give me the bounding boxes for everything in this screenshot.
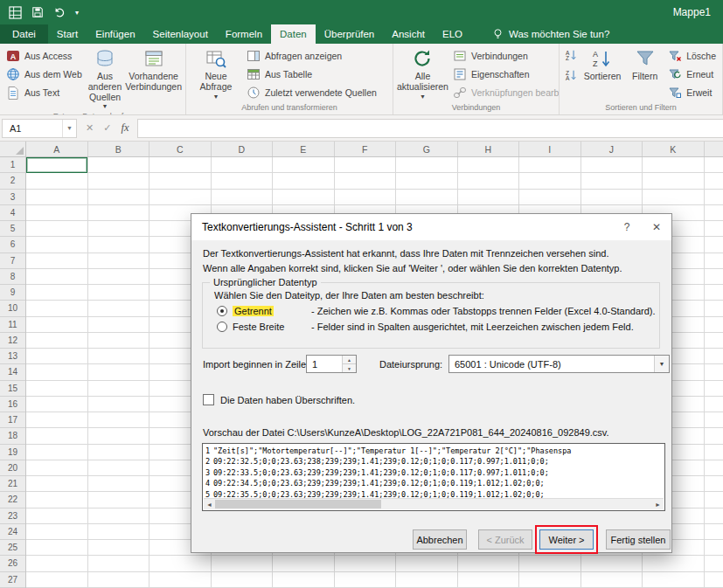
column-header-B[interactable]: B (88, 142, 150, 156)
row-header-13[interactable]: 13 (0, 349, 25, 364)
spinner-down-icon[interactable]: ▼ (343, 364, 356, 372)
row-header-20[interactable]: 20 (0, 460, 25, 476)
customize-toolbar-caret-icon[interactable]: ▾ (75, 9, 79, 17)
row-header-8[interactable]: 8 (0, 269, 25, 285)
row-header-22[interactable]: 22 (0, 492, 25, 508)
connections-button[interactable]: Verbindungen (450, 47, 560, 65)
from-web-button[interactable]: Aus dem Web (3, 66, 85, 83)
checkbox-unchecked-icon[interactable] (203, 394, 214, 405)
new-query-button[interactable]: Neue Abfrage ▼ (190, 46, 242, 100)
column-header-H[interactable]: H (458, 142, 520, 156)
scroll-left-icon[interactable]: ◄ (204, 499, 215, 509)
sort-az-ascending-button[interactable]: AZ (565, 49, 577, 65)
tab-formeln[interactable]: Formeln (217, 24, 271, 44)
tab-überprüfen[interactable]: Überprüfen (316, 24, 384, 44)
radio-selected-icon[interactable] (217, 306, 227, 316)
reapply-filter-button[interactable]: Erneut (665, 66, 719, 83)
row-header-26[interactable]: 26 (0, 556, 25, 571)
row-header-2[interactable]: 2 (0, 173, 25, 189)
refresh-all-button[interactable]: Alle aktualisieren ▼ (397, 46, 448, 100)
start-row-spinner[interactable]: 1 ▲ ▼ (306, 355, 357, 373)
fixed-width-radio-option[interactable]: Feste Breite - Felder sind in Spalten au… (217, 322, 634, 332)
row-header-9[interactable]: 9 (0, 285, 25, 301)
chevron-down-icon[interactable]: ▼ (654, 356, 669, 372)
column-header-D[interactable]: D (212, 142, 274, 156)
from-access-button[interactable]: A Aus Access (3, 47, 85, 65)
tab-elo[interactable]: ELO (434, 24, 471, 44)
column-header-I[interactable]: I (519, 142, 581, 156)
tab-seitenlayout[interactable]: Seitenlayout (144, 24, 217, 44)
insert-function-icon[interactable]: fx (121, 121, 129, 135)
sort-button[interactable]: AZ Sortieren (580, 46, 624, 82)
row-header-19[interactable]: 19 (0, 445, 25, 460)
row-header-21[interactable]: 21 (0, 476, 25, 492)
tab-start[interactable]: Start (48, 24, 87, 44)
tab-einfügen[interactable]: Einfügen (87, 24, 143, 44)
sort-za-descending-button[interactable]: ZA (565, 69, 577, 85)
column-header-J[interactable]: J (581, 142, 643, 156)
row-header-5[interactable]: 5 (0, 221, 25, 237)
name-box[interactable]: A1 ▼ (2, 119, 77, 138)
delimited-radio-label[interactable]: Getrennt (233, 306, 274, 316)
row-header-14[interactable]: 14 (0, 364, 25, 380)
formula-input[interactable] (137, 119, 723, 138)
column-header-G[interactable]: G (396, 142, 458, 156)
tab-datei[interactable]: Datei (0, 24, 48, 44)
row-header-3[interactable]: 3 (0, 190, 25, 205)
save-icon[interactable] (31, 6, 44, 18)
row-header-16[interactable]: 16 (0, 397, 25, 412)
filter-button[interactable]: Filtern (626, 46, 664, 82)
row-header-27[interactable]: 27 (0, 572, 25, 588)
spinner-up-icon[interactable]: ▲ (343, 356, 356, 364)
advanced-filter-button[interactable]: Erweit (665, 84, 719, 101)
row-header-24[interactable]: 24 (0, 524, 25, 540)
row-header-1[interactable]: 1 (0, 157, 25, 173)
cancel-button[interactable]: Abbrechen (413, 529, 467, 550)
scrollbar-thumb[interactable] (215, 500, 381, 508)
recent-sources-button[interactable]: Zuletzt verwendete Quellen (244, 84, 379, 101)
tab-daten[interactable]: Daten (271, 24, 316, 44)
from-table-button[interactable]: Aus Tabelle (244, 66, 379, 83)
row-header-11[interactable]: 11 (0, 317, 25, 333)
tab-ansicht[interactable]: Ansicht (383, 24, 434, 44)
dialog-help-button[interactable]: ? (612, 214, 642, 240)
next-button[interactable]: Weiter > (539, 529, 594, 550)
file-origin-select[interactable]: 65001 : Unicode (UTF-8) ▼ (448, 355, 670, 373)
column-header-E[interactable]: E (273, 142, 335, 156)
dialog-close-button[interactable]: ✕ (642, 214, 671, 240)
chevron-down-icon[interactable]: ▼ (62, 120, 76, 137)
existing-connections-button[interactable]: Vorhandene Verbindungen (125, 46, 182, 93)
column-header-K[interactable]: K (643, 142, 705, 156)
clear-filter-button[interactable]: Lösche (665, 47, 719, 65)
row-header-7[interactable]: 7 (0, 253, 25, 269)
properties-button[interactable]: Eigenschaften (450, 66, 560, 83)
other-sources-button[interactable]: Aus anderen Quellen ▼ (87, 46, 123, 110)
radio-unselected-icon[interactable] (217, 322, 227, 332)
column-header-L[interactable]: L (705, 142, 723, 156)
row-header-4[interactable]: 4 (0, 205, 25, 221)
enter-formula-icon[interactable]: ✓ (103, 122, 111, 134)
row-header-15[interactable]: 15 (0, 381, 25, 397)
start-row-value[interactable]: 1 (307, 356, 342, 372)
row-header-12[interactable]: 12 (0, 333, 25, 349)
row-header-6[interactable]: 6 (0, 237, 25, 252)
column-header-C[interactable]: C (149, 142, 212, 156)
row-header-25[interactable]: 25 (0, 540, 25, 556)
row-header-18[interactable]: 18 (0, 428, 25, 444)
delimited-radio-option[interactable]: Getrennt - Zeichen wie z.B. Kommas oder … (217, 306, 656, 316)
row-header-17[interactable]: 17 (0, 412, 25, 428)
tell-me-box[interactable]: Was möchten Sie tun? (492, 24, 609, 44)
row-header-23[interactable]: 23 (0, 508, 25, 524)
scroll-right-icon[interactable]: ► (652, 499, 664, 509)
show-queries-button[interactable]: Abfragen anzeigen (244, 47, 379, 65)
headers-checkbox-row[interactable]: Die Daten haben Überschriften. (203, 394, 355, 405)
row-header-10[interactable]: 10 (0, 301, 25, 316)
select-all-corner[interactable] (0, 142, 26, 157)
preview-horizontal-scrollbar[interactable]: ◄ ► (204, 498, 664, 509)
active-cell-a1[interactable] (26, 157, 87, 173)
undo-icon[interactable] (53, 6, 66, 18)
column-header-A[interactable]: A (26, 142, 88, 156)
scrollbar-track[interactable] (215, 499, 652, 509)
finish-button[interactable]: Fertig stellen (606, 529, 671, 550)
fixed-width-radio-label[interactable]: Feste Breite (233, 322, 284, 332)
